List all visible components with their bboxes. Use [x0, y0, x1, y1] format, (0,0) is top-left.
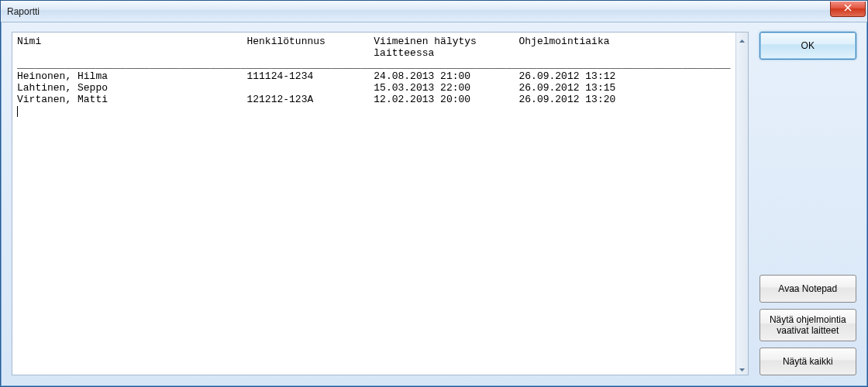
window-title: Raportti	[7, 6, 830, 17]
chevron-up-icon	[739, 34, 745, 45]
ok-button[interactable]: OK	[760, 32, 856, 60]
report-wrap: Nimi Henkilötunnus Viimeinen hälytys Ohj…	[12, 32, 749, 375]
scroll-up-button[interactable]	[736, 33, 748, 46]
report-textbox[interactable]: Nimi Henkilötunnus Viimeinen hälytys Ohj…	[12, 32, 735, 375]
text-caret	[17, 106, 18, 117]
window-frame: Raportti Nimi Henkilötunnus Viimeinen hä…	[0, 0, 868, 387]
close-button[interactable]	[830, 2, 866, 17]
button-column: OK Avaa Notepad Näytä ohjelmointia vaati…	[760, 32, 856, 375]
scroll-down-button[interactable]	[736, 361, 748, 375]
close-icon	[844, 3, 852, 14]
show-all-button[interactable]: Näytä kaikki	[760, 348, 856, 375]
titlebar: Raportti	[1, 1, 867, 22]
open-notepad-button[interactable]: Avaa Notepad	[760, 275, 856, 303]
spacer	[760, 66, 856, 269]
show-programming-needed-button[interactable]: Näytä ohjelmointia vaativat laitteet	[760, 309, 856, 341]
client-area: Nimi Henkilötunnus Viimeinen hälytys Ohj…	[1, 22, 867, 386]
vertical-scrollbar[interactable]	[735, 32, 749, 375]
chevron-down-icon	[739, 363, 745, 374]
